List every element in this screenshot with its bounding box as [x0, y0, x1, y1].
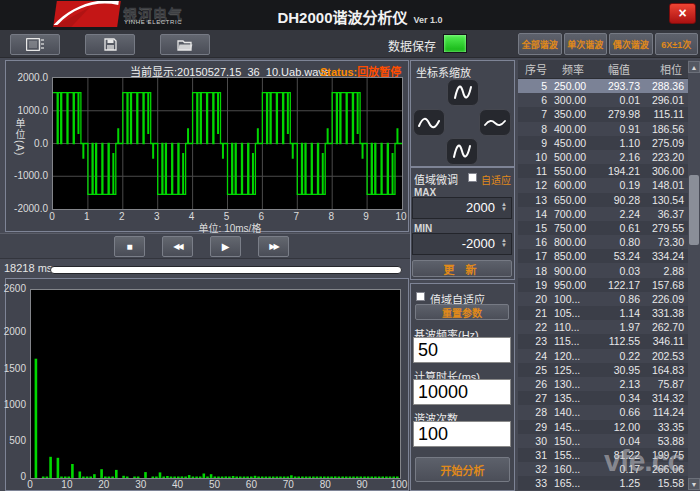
table-cell: 331.38	[642, 307, 688, 319]
table-row[interactable]: 31155...81.22199.75	[518, 448, 688, 462]
table-row[interactable]: 23115...112.55346.11	[518, 334, 688, 348]
harmonic-count-input[interactable]: 100	[413, 421, 511, 447]
save-icon	[104, 38, 117, 51]
waveform-y-tick: 0.0	[6, 138, 48, 149]
table-row[interactable]: 27135...0.34314.32	[518, 391, 688, 405]
spectrum-x-tick: 80	[315, 479, 335, 490]
zoom-time-in-button[interactable]	[479, 109, 511, 136]
table-cell: 14	[518, 208, 550, 220]
table-row[interactable]: 11550.00194.21306.00	[518, 164, 688, 178]
table-cell: 346.11	[642, 335, 688, 347]
table-cell: 130.54	[642, 194, 688, 206]
table-cell: 1.25	[596, 477, 642, 489]
table-row[interactable]: 6300.000.01296.01	[518, 93, 688, 107]
zoom-amplitude-down-button[interactable]	[446, 138, 478, 165]
table-row[interactable]: 7350.00279.98115.11	[518, 107, 688, 121]
table-row[interactable]: 19950.00122.17157.68	[518, 278, 688, 292]
spectrum-plot	[30, 289, 401, 479]
table-cell: 11	[518, 165, 550, 177]
stop-button[interactable]: ■	[114, 236, 145, 257]
table-cell: 148.01	[642, 179, 688, 191]
max-value-spinner[interactable]: 2000 ▲▼	[412, 197, 512, 219]
table-scrollbar[interactable]	[688, 60, 700, 491]
scrollbar-down-button[interactable]: ▼	[688, 478, 700, 490]
spectrum-y-tick: 500	[0, 435, 26, 446]
data-save-label: 数据保存	[388, 37, 436, 54]
spectrum-x-tick: 100	[389, 479, 409, 490]
table-row[interactable]: 29145...12.0033.35	[518, 420, 688, 434]
spectrum-y-tick: 2000	[0, 326, 26, 337]
save-button[interactable]	[85, 34, 135, 55]
waveform-plot	[52, 77, 403, 210]
calc-time-input[interactable]: 10000	[413, 379, 511, 405]
table-header-0[interactable]: 序号	[518, 61, 550, 77]
base-freq-input[interactable]: 50	[413, 337, 511, 363]
rewind-button[interactable]: ◀◀	[162, 236, 193, 257]
sine-wave-icon	[452, 143, 472, 160]
table-header-1[interactable]: 频率	[550, 61, 596, 77]
table-cell: 226.09	[642, 293, 688, 305]
reset-params-button[interactable]: 重置参数	[415, 304, 509, 320]
table-row[interactable]: 20100...0.86226.09	[518, 292, 688, 306]
table-row[interactable]: 26130...2.1375.87	[518, 377, 688, 391]
spinner-arrows-icon[interactable]: ▲▼	[500, 202, 508, 212]
table-header-2[interactable]: 幅值	[596, 61, 642, 77]
harmonic-table: 5250.00293.73288.366300.000.01296.017350…	[518, 79, 688, 491]
spectrum-adaptive-checkbox[interactable]	[416, 292, 425, 301]
zoom-time-out-button[interactable]	[413, 109, 445, 136]
table-row[interactable]: 17850.0053.24334.24	[518, 249, 688, 263]
filter-button-1[interactable]: 单次谐波	[564, 33, 608, 55]
table-cell: 199.75	[642, 449, 688, 461]
table-cell: 6	[518, 94, 550, 106]
playback-progress-slider[interactable]	[50, 266, 402, 274]
table-row[interactable]: 25125...30.95164.83	[518, 363, 688, 377]
table-row[interactable]: 32160...0.17266.06	[518, 462, 688, 476]
table-cell: 2.16	[596, 151, 642, 163]
close-button[interactable]: ×	[669, 3, 696, 24]
min-value-spinner[interactable]: -2000 ▲▼	[412, 233, 512, 255]
zoom-amplitude-up-button[interactable]	[447, 79, 479, 106]
fast-forward-button[interactable]: ▶▶	[258, 236, 289, 257]
spectrum-x-tick: 30	[131, 479, 151, 490]
table-row[interactable]: 28140...0.66114.24	[518, 405, 688, 419]
table-row[interactable]: 13650.0090.28130.54	[518, 193, 688, 207]
table-row[interactable]: 15750.000.61279.55	[518, 221, 688, 235]
waveform-x-tick: 3	[147, 211, 167, 222]
table-row[interactable]: 14700.002.2436.37	[518, 207, 688, 221]
scrollbar-up-button[interactable]: ▲	[688, 61, 700, 73]
range-adaptive-checkbox[interactable]	[468, 173, 477, 182]
table-cell: 32	[518, 463, 550, 475]
table-row[interactable]: 12600.000.19148.01	[518, 178, 688, 192]
filter-button-2[interactable]: 偶次谐波	[609, 33, 653, 55]
table-cell: 1.97	[596, 321, 642, 333]
start-analysis-button[interactable]: 开始分析	[415, 457, 510, 482]
update-button[interactable]: 更 新	[412, 260, 512, 277]
table-row[interactable]: 5250.00293.73288.36	[518, 79, 688, 93]
scrollbar-thumb[interactable]	[689, 175, 699, 245]
table-cell: 0.34	[596, 392, 642, 404]
table-row[interactable]: 9450.001.10275.09	[518, 136, 688, 150]
waveform-x-tick: 7	[286, 211, 306, 222]
table-cell: 186.56	[642, 123, 688, 135]
spectrum-y-tick: 2600	[0, 283, 26, 294]
table-row[interactable]: 22110...1.97262.70	[518, 320, 688, 334]
table-row[interactable]: 24120...0.22202.53	[518, 349, 688, 363]
scope-view-button[interactable]	[10, 34, 60, 55]
play-button[interactable]: ▶	[210, 236, 241, 257]
waveform-x-tick: 6	[251, 211, 271, 222]
table-header-3[interactable]: 相位	[642, 61, 688, 77]
table-row[interactable]: 10500.002.16223.20	[518, 150, 688, 164]
table-row[interactable]: 33165...1.2515.58	[518, 476, 688, 490]
table-row[interactable]: 16800.000.8073.30	[518, 235, 688, 249]
filter-button-0[interactable]: 全部谐波	[518, 33, 562, 55]
spinner-arrows-icon[interactable]: ▲▼	[500, 238, 508, 248]
table-row[interactable]: 21105...1.14331.38	[518, 306, 688, 320]
open-folder-button[interactable]	[160, 34, 210, 55]
table-row[interactable]: 18900.000.032.88	[518, 263, 688, 277]
spectrum-x-tick: 40	[168, 479, 188, 490]
table-cell: 16	[518, 236, 550, 248]
table-row[interactable]: 30150...0.0453.88	[518, 434, 688, 448]
filter-button-3[interactable]: 6X±1次	[655, 33, 699, 55]
table-row[interactable]: 8400.000.91186.56	[518, 122, 688, 136]
table-cell: 27	[518, 392, 550, 404]
